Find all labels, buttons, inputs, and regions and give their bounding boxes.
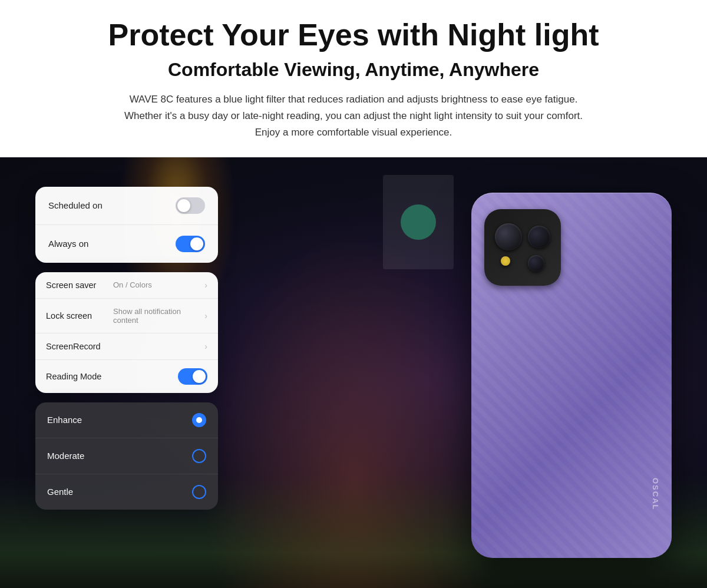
camera-bottom-row xyxy=(501,255,544,272)
scheduled-on-row: Scheduled on xyxy=(35,187,218,224)
night-light-card: Scheduled on Always on xyxy=(35,187,218,263)
main-title: Protect Your Eyes with Night light xyxy=(71,18,636,53)
wall-art xyxy=(383,175,454,269)
scheduled-on-label: Scheduled on xyxy=(48,200,103,210)
lock-screen-row[interactable]: Lock screen Show all notification conten… xyxy=(35,299,218,333)
moderate-label: Moderate xyxy=(47,451,84,461)
chevron-icon-2: › xyxy=(204,311,207,321)
lock-screen-value: Show all notification content xyxy=(113,307,204,325)
always-on-toggle[interactable] xyxy=(176,236,205,252)
gentle-row[interactable]: Gentle xyxy=(35,474,218,510)
phone-device: OSCAL xyxy=(471,193,672,558)
always-on-label: Always on xyxy=(48,239,88,249)
gentle-radio[interactable] xyxy=(192,485,206,499)
enhance-row[interactable]: Enhance xyxy=(35,402,218,438)
settings-card: Screen saver On / Colors › Lock screen S… xyxy=(35,272,218,393)
scheduled-on-toggle[interactable] xyxy=(176,197,205,214)
toggle-knob-3 xyxy=(193,370,206,383)
moderate-radio[interactable] xyxy=(192,449,206,463)
phone-body: OSCAL xyxy=(471,193,672,558)
image-section: OSCAL Scheduled on Always on Screen save… xyxy=(0,157,707,588)
screen-saver-label: Screen saver xyxy=(46,280,111,290)
screenrecord-row[interactable]: ScreenRecord › xyxy=(35,333,218,360)
lock-screen-label: Lock screen xyxy=(46,311,111,321)
reading-mode-row: Reading Mode xyxy=(35,360,218,393)
toggle-knob xyxy=(177,199,190,212)
reading-mode-toggle[interactable] xyxy=(178,368,207,385)
enhance-radio[interactable] xyxy=(192,413,206,427)
camera-lens-secondary xyxy=(528,226,550,248)
screen-saver-value: On / Colors xyxy=(113,280,204,289)
sub-title: Comfortable Viewing, Anytime, Anywhere xyxy=(71,59,636,81)
toggle-knob-2 xyxy=(190,237,203,250)
camera-top-row xyxy=(495,223,550,250)
reading-mode-label: Reading Mode xyxy=(46,372,111,381)
radio-options-card: Enhance Moderate Gentle xyxy=(35,402,218,510)
chevron-icon-3: › xyxy=(204,342,207,351)
screen-saver-row[interactable]: Screen saver On / Colors › xyxy=(35,272,218,299)
always-on-row: Always on xyxy=(35,224,218,263)
enhance-label: Enhance xyxy=(47,415,82,425)
gentle-label: Gentle xyxy=(47,487,73,497)
cards-container: Scheduled on Always on Screen saver On /… xyxy=(35,187,218,510)
camera-lens-main xyxy=(495,223,522,250)
camera-module xyxy=(484,209,561,286)
wall-art-shape xyxy=(401,204,436,240)
camera-lens-tertiary xyxy=(528,255,544,272)
camera-flash xyxy=(501,256,510,266)
description: WAVE 8C features a blue light filter tha… xyxy=(112,91,595,141)
moderate-row[interactable]: Moderate xyxy=(35,438,218,474)
chevron-icon: › xyxy=(204,280,207,290)
screenrecord-label: ScreenRecord xyxy=(46,342,111,351)
phone-brand-label: OSCAL xyxy=(651,478,660,511)
top-section: Protect Your Eyes with Night light Comfo… xyxy=(0,0,707,157)
